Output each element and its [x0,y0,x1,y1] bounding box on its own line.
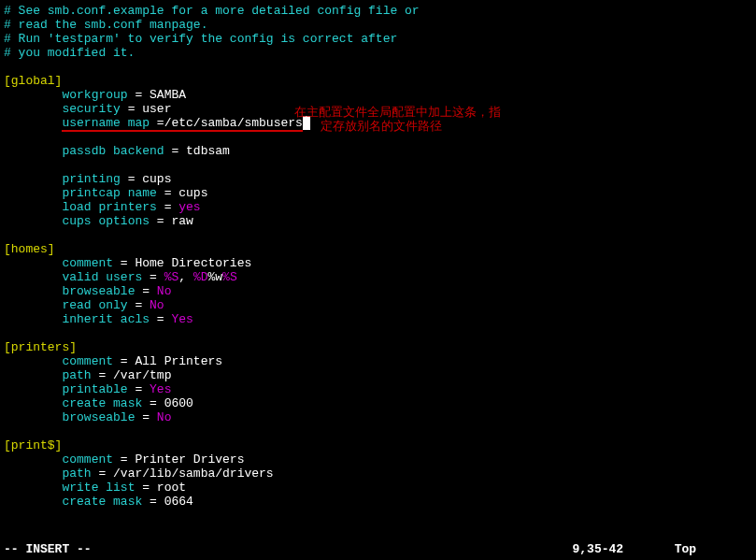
config-write-list: write list = root [4,481,752,495]
config-prints-cmask: create mask = 0664 [4,495,752,509]
config-valid-users: valid users = %S, %D%w%S [4,270,752,284]
comment-line: # you modified it. [4,46,752,60]
config-homes-comment: comment = Home Directories [4,256,752,270]
config-workgroup: workgroup = SAMBA [4,88,752,102]
config-printers-comment: comment = All Printers [4,354,752,368]
section-printers: [printers] [4,340,752,354]
comment-line: # See smb.conf.example for a more detail… [4,4,752,18]
vim-status-line: -- INSERT -- 9,35-42 Top [4,542,752,556]
comment-line: # Run 'testparm' to verify the config is… [4,32,752,46]
annotation-text: 在主配置文件全局配置中加上这条，指 定存放别名的文件路径 [294,105,501,133]
config-load-printers: load printers = yes [4,200,752,214]
config-create-mask: create mask = 0600 [4,396,752,410]
config-prints-path: path = /var/lib/samba/drivers [4,467,752,481]
config-printcap: printcap name = cups [4,186,752,200]
config-printing: printing = cups [4,172,752,186]
config-browseable-printers: browseable = No [4,410,752,424]
config-cups-options: cups options = raw [4,214,752,228]
config-read-only: read only = No [4,298,752,312]
config-printable: printable = Yes [4,382,752,396]
config-prints-comment: comment = Printer Drivers [4,452,752,467]
config-browseable: browseable = No [4,284,752,298]
config-printers-path: path = /var/tmp [4,368,752,382]
comment-line: # read the smb.conf manpage. [4,18,752,32]
section-homes: [homes] [4,242,752,256]
config-passdb: passdb backend = tdbsam [4,144,752,158]
section-global: [global] [4,74,752,88]
section-prints: [print$] [4,438,752,452]
config-inherit-acls: inherit acls = Yes [4,312,752,326]
